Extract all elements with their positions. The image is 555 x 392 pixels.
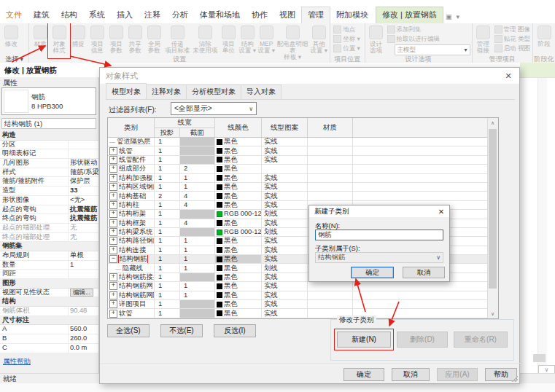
expand-icon[interactable]: + <box>109 156 117 164</box>
close-icon[interactable]: ✕ <box>497 71 519 81</box>
line-pattern-cell[interactable]: 划线 <box>262 210 308 218</box>
line-pattern-cell[interactable]: 实线 <box>262 174 308 182</box>
header-category[interactable]: 类别 <box>108 118 155 137</box>
line-color-cell[interactable]: 黑色 <box>215 273 262 281</box>
ribbon-button-coordinates[interactable]: 坐标 ▾ <box>332 34 362 44</box>
table-row[interactable]: +线管1黑色实线 <box>108 146 488 155</box>
header-line-color[interactable]: 线颜色 <box>215 118 262 137</box>
expand-icon[interactable]: + <box>109 300 117 308</box>
rename-subcategory-button[interactable]: 重命名(R) <box>454 332 508 348</box>
projection-weight-cell[interactable]: 1 <box>155 165 180 173</box>
main-model-dropdown[interactable]: 主模型▾ <box>395 44 470 55</box>
header-lineweight[interactable]: 线宽 <box>155 118 214 128</box>
cut-weight-cell[interactable] <box>180 300 215 308</box>
material-cell[interactable] <box>308 282 353 290</box>
cut-weight-cell[interactable] <box>180 309 215 317</box>
subdialog-title-bar[interactable]: 新建子类别 ✕ <box>309 205 449 217</box>
ribbon-button-project-units[interactable]: 项目单位 <box>219 24 238 54</box>
cut-weight-cell[interactable]: 4 <box>180 219 215 227</box>
name-input[interactable]: 钢筋 <box>315 230 443 240</box>
table-row[interactable]: —管道隔热层1黑色实线 <box>108 138 488 146</box>
type-selector[interactable]: 钢筋 8 HPB300 <box>1 87 96 115</box>
ribbon-button-global-parameters[interactable]: 全局参数 <box>144 24 163 54</box>
tab-分析[interactable]: 分析 <box>166 7 194 23</box>
table-row[interactable]: +结构钢筋网区域11黑色实线 <box>108 291 488 300</box>
line-color-cell[interactable]: RGB 000-127- <box>215 228 262 236</box>
projection-weight-cell[interactable]: 1 <box>155 282 180 290</box>
projection-weight-cell[interactable]: 1 <box>155 146 180 154</box>
cut-weight-cell[interactable]: 1 <box>180 174 215 182</box>
new-subcategory-button[interactable]: 新建(N) <box>337 332 391 348</box>
line-pattern-cell[interactable]: 实线 <box>262 146 308 154</box>
expand-icon[interactable]: + <box>109 228 117 236</box>
line-color-cell[interactable]: 黑色 <box>215 138 262 146</box>
delete-subcategory-button[interactable]: 删除(D) <box>397 332 448 348</box>
line-color-cell[interactable]: 黑色 <box>215 237 262 245</box>
expand-icon[interactable]: + <box>109 210 117 218</box>
ribbon-button-decal-types[interactable]: 贴花 类型 <box>493 34 530 44</box>
ribbon-button-pick-to-edit[interactable]: 拾取以进行编辑 <box>386 34 470 44</box>
dialog-title-bar[interactable]: 对象样式 ✕ <box>100 68 519 84</box>
material-cell[interactable] <box>308 291 353 299</box>
expand-icon[interactable]: + <box>109 165 117 173</box>
tab-视图[interactable]: 视图 <box>273 7 301 23</box>
projection-weight-cell[interactable]: 1 <box>155 201 180 209</box>
line-color-cell[interactable]: 黑色 <box>215 219 262 227</box>
expand-icon[interactable]: + <box>109 183 117 191</box>
material-cell[interactable] <box>308 300 353 308</box>
cut-weight-cell[interactable] <box>180 273 215 281</box>
line-pattern-cell[interactable]: 实线 <box>262 138 308 146</box>
instance-selector[interactable]: 结构钢筋 (1) <box>1 118 96 129</box>
ribbon-button-manage-images[interactable]: 管理 图像 <box>493 25 530 34</box>
line-pattern-cell[interactable]: 实线 <box>262 237 308 245</box>
projection-weight-cell[interactable]: 1 <box>155 273 180 281</box>
cut-weight-cell[interactable] <box>180 146 215 154</box>
cut-weight-cell[interactable]: 1 <box>180 282 215 290</box>
table-row[interactable]: +结构加强板11黑色实线 <box>108 174 488 183</box>
view-visibility-edit-button[interactable]: 编辑... <box>70 289 93 297</box>
cut-weight-cell[interactable]: 1 <box>180 237 215 245</box>
line-pattern-cell[interactable]: 实线 <box>262 273 308 281</box>
material-cell[interactable] <box>308 146 353 154</box>
ribbon-button-object-styles[interactable]: 对象样式 <box>50 24 69 54</box>
tab-系统[interactable]: 系统 <box>83 7 111 23</box>
line-pattern-cell[interactable]: 实线 <box>262 192 308 200</box>
expand-icon[interactable]: + <box>109 291 117 299</box>
projection-weight-cell[interactable]: 1 <box>155 228 180 236</box>
cut-weight-cell[interactable]: 1 <box>180 255 215 263</box>
line-color-cell[interactable]: 黑色 <box>215 183 262 191</box>
line-color-cell[interactable]: 黑色 <box>215 174 262 182</box>
tab-结构[interactable]: 结构 <box>55 7 83 23</box>
expand-icon[interactable]: + <box>109 147 117 155</box>
material-cell[interactable] <box>308 156 353 164</box>
cut-weight-cell[interactable]: 1 <box>180 183 215 191</box>
resize-grip[interactable] <box>512 376 518 382</box>
header-line-pattern[interactable]: 线型图案 <box>262 118 308 137</box>
cut-weight-cell[interactable] <box>180 228 215 236</box>
tab-协作[interactable]: 协作 <box>246 7 273 23</box>
subdialog-ok-button[interactable]: 确定 <box>351 267 394 278</box>
expand-icon[interactable]: + <box>109 273 117 281</box>
cut-weight-cell[interactable] <box>180 210 215 218</box>
line-color-cell[interactable]: 黑色 <box>215 192 262 200</box>
line-pattern-cell[interactable]: 实线 <box>262 201 308 209</box>
select-button-反选(I)[interactable]: 反选(I) <box>214 324 256 337</box>
select-button-不选(E)[interactable]: 不选(E) <box>160 324 203 337</box>
line-color-cell[interactable]: 黑色 <box>215 300 262 308</box>
tab-文件[interactable]: 文件 <box>0 7 28 23</box>
scroll-up-icon[interactable]: ∧ <box>488 118 497 128</box>
line-color-cell[interactable]: 黑色 <box>215 309 262 317</box>
parent-category-dropdown[interactable]: 结构钢筋 ∨ <box>315 252 443 263</box>
cancel-button[interactable]: 取消 <box>392 368 430 381</box>
material-cell[interactable] <box>308 192 353 200</box>
ribbon-button-snaps[interactable]: 捕捉 <box>69 24 88 54</box>
expand-icon[interactable]: + <box>109 219 117 227</box>
ribbon-button-panel-schedule-templates[interactable]: 配电盘明细表样板 ▾ <box>276 24 309 54</box>
expand-icon[interactable]: + <box>109 310 117 318</box>
cut-weight-cell[interactable] <box>180 156 215 164</box>
projection-weight-cell[interactable]: 1 <box>155 138 180 146</box>
expand-icon[interactable]: + <box>109 282 117 290</box>
material-cell[interactable] <box>308 138 353 146</box>
ribbon-button-modify-cursor[interactable]: 修改 <box>1 24 20 54</box>
ribbon-button-position[interactable]: 位置 ▾ <box>332 44 362 53</box>
